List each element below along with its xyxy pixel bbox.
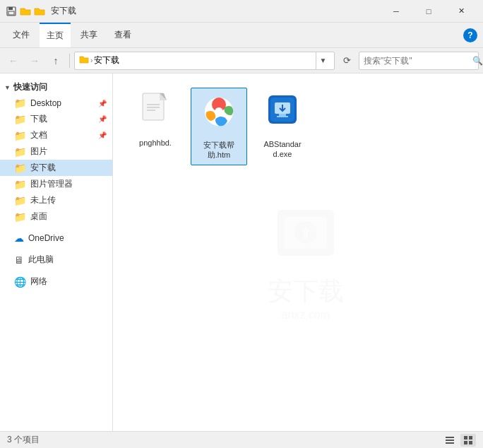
grid-view-button[interactable] xyxy=(460,434,476,447)
pin-icon: 📌 xyxy=(98,115,107,123)
tab-view[interactable]: 查看 xyxy=(107,23,138,47)
path-folder-icon xyxy=(79,55,89,66)
search-bar[interactable]: 🔍 xyxy=(359,52,479,70)
file-icon-exe xyxy=(265,92,300,136)
sidebar-item-photo-manager[interactable]: 📁 图片管理器 xyxy=(0,176,112,192)
folder-icon: 📁 xyxy=(14,114,26,125)
view-controls xyxy=(442,434,476,447)
sidebar-item-label: 未上传 xyxy=(30,194,56,206)
content-area: 安下载 anxz.com pnghhbd. xyxy=(113,73,483,431)
main-area: ▼ 快速访问 📁 Desktop 📌 📁 下载 📌 📁 文档 📌 📁 图片 📁 … xyxy=(0,73,483,431)
tab-file[interactable]: 文件 xyxy=(6,23,37,47)
file-icon-htm xyxy=(201,93,237,137)
folder-icon xyxy=(34,6,45,17)
sidebar-item-pictures[interactable]: 📁 图片 xyxy=(0,143,112,160)
list-view-button[interactable] xyxy=(442,434,458,447)
sidebar-item-label: 安下载 xyxy=(30,162,56,174)
close-button[interactable]: ✕ xyxy=(445,0,477,23)
svg-point-5 xyxy=(294,221,317,244)
refresh-button[interactable]: ⟳ xyxy=(338,52,356,70)
svg-rect-18 xyxy=(446,440,454,441)
folder-icon: 📁 xyxy=(14,98,26,109)
new-folder-icon xyxy=(20,6,31,17)
forward-button[interactable]: → xyxy=(25,52,44,70)
svg-rect-1 xyxy=(8,7,13,10)
sidebar-item-not-uploaded[interactable]: 📁 未上传 xyxy=(0,192,112,208)
sidebar-item-onedrive[interactable]: ☁ OneDrive xyxy=(0,230,112,246)
pin-icon: 📌 xyxy=(98,100,107,107)
toolbar-separator xyxy=(69,54,70,68)
save-icon xyxy=(6,6,17,17)
sidebar-item-label: 文档 xyxy=(30,129,47,141)
folder-icon: 📁 xyxy=(14,211,26,223)
item-count: 3 个项目 xyxy=(7,434,40,446)
path-separator: › xyxy=(90,57,93,64)
svg-rect-19 xyxy=(446,442,454,444)
sidebar-item-label: OneDrive xyxy=(28,233,64,243)
sidebar-item-desktop2[interactable]: 📁 桌面 xyxy=(0,208,112,225)
svg-rect-15 xyxy=(279,114,286,116)
quick-access-label: 快速访问 xyxy=(13,81,47,93)
sidebar-item-desktop[interactable]: 📁 Desktop 📌 xyxy=(0,95,112,111)
svg-rect-22 xyxy=(464,441,467,444)
files-grid: pnghhbd. 安下载帮助.htm xyxy=(113,73,483,179)
chevron-icon: ▼ xyxy=(4,84,11,91)
folder-icon: 📁 xyxy=(14,163,26,174)
svg-rect-21 xyxy=(469,436,472,440)
sidebar-item-label: 此电脑 xyxy=(28,254,54,266)
sidebar-item-network[interactable]: 🌐 网络 xyxy=(0,273,112,290)
svg-rect-23 xyxy=(469,441,472,444)
title-controls: ─ □ ✕ xyxy=(380,0,477,23)
sidebar-item-label: 网络 xyxy=(30,276,47,288)
sidebar-item-label: 图片管理器 xyxy=(30,178,73,190)
sidebar-item-downloads[interactable]: 📁 下载 📌 xyxy=(0,111,112,127)
file-item-pnghhbd[interactable]: pnghhbd. xyxy=(127,88,184,152)
divider xyxy=(0,225,112,230)
file-icon-document xyxy=(140,92,171,135)
pin-icon: 📌 xyxy=(98,131,107,139)
title-text: 安下载 xyxy=(51,5,380,17)
quick-access-header[interactable]: ▼ 快速访问 xyxy=(0,79,112,95)
search-input[interactable] xyxy=(364,56,470,66)
svg-rect-20 xyxy=(464,436,467,440)
path-current: 安下载 xyxy=(94,54,119,66)
watermark-sub: anxz.com xyxy=(282,309,330,322)
toolbar: ← → ↑ › 安下载 ▼ ⟳ 🔍 xyxy=(0,48,483,73)
tab-share[interactable]: 共享 xyxy=(73,23,105,47)
tab-home[interactable]: 主页 xyxy=(40,23,71,47)
sidebar-item-anxia[interactable]: 📁 安下载 xyxy=(0,160,112,176)
title-bar: 安下载 ─ □ ✕ xyxy=(0,0,483,23)
status-bar: 3 个项目 xyxy=(0,431,483,448)
cloud-icon: ☁ xyxy=(14,232,24,244)
folder-icon: 📁 xyxy=(14,130,26,141)
address-dropdown[interactable]: ▼ xyxy=(316,52,330,69)
svg-rect-16 xyxy=(277,116,288,117)
divider xyxy=(0,268,112,273)
sidebar-item-label: 桌面 xyxy=(30,211,47,223)
file-name: pnghhbd. xyxy=(139,138,172,148)
sidebar-item-computer[interactable]: 🖥 此电脑 xyxy=(0,252,112,268)
file-name: ABStandar d.exe xyxy=(257,139,308,160)
svg-rect-4 xyxy=(285,217,327,249)
computer-icon: 🖥 xyxy=(14,254,24,266)
sidebar: ▼ 快速访问 📁 Desktop 📌 📁 下载 📌 📁 文档 📌 📁 图片 📁 … xyxy=(0,73,113,431)
ribbon: 文件 主页 共享 查看 ? xyxy=(0,23,483,48)
sidebar-item-label: 图片 xyxy=(30,146,47,158)
sidebar-item-label: Desktop xyxy=(30,98,61,108)
maximize-button[interactable]: □ xyxy=(412,0,445,23)
sidebar-item-documents[interactable]: 📁 文档 📌 xyxy=(0,127,112,143)
title-bar-icons xyxy=(6,6,45,17)
address-bar[interactable]: › 安下载 ▼ xyxy=(74,52,335,70)
watermark: 安下载 anxz.com xyxy=(268,196,344,322)
minimize-button[interactable]: ─ xyxy=(380,0,412,23)
svg-rect-17 xyxy=(446,437,454,438)
sidebar-item-label: 下载 xyxy=(30,113,47,125)
network-icon: 🌐 xyxy=(14,276,26,288)
file-item-anx-help[interactable]: 安下载帮助.htm xyxy=(191,88,247,165)
file-item-abstandard[interactable]: ABStandar d.exe xyxy=(254,88,311,164)
folder-icon: 📁 xyxy=(14,195,26,206)
back-button[interactable]: ← xyxy=(4,52,23,70)
up-button[interactable]: ↑ xyxy=(47,52,65,70)
address-path: › 安下载 xyxy=(79,54,313,66)
help-button[interactable]: ? xyxy=(463,28,477,42)
